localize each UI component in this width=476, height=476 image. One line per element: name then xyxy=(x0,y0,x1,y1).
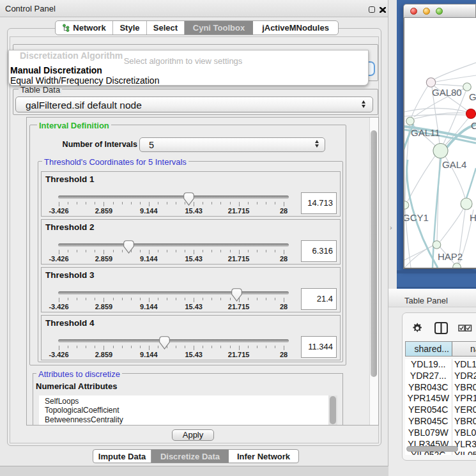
svg-text:HAP2: HAP2 xyxy=(438,251,463,262)
svg-text:GAL4: GAL4 xyxy=(442,159,466,170)
svg-text:CR: CR xyxy=(471,120,476,131)
svg-text:HIS: HIS xyxy=(470,212,476,223)
svg-text:GCY1: GCY1 xyxy=(404,212,429,223)
svg-text:GAL: GAL xyxy=(469,91,476,102)
svg-text:GAL11: GAL11 xyxy=(411,127,440,138)
svg-text:GAL80: GAL80 xyxy=(432,87,462,98)
